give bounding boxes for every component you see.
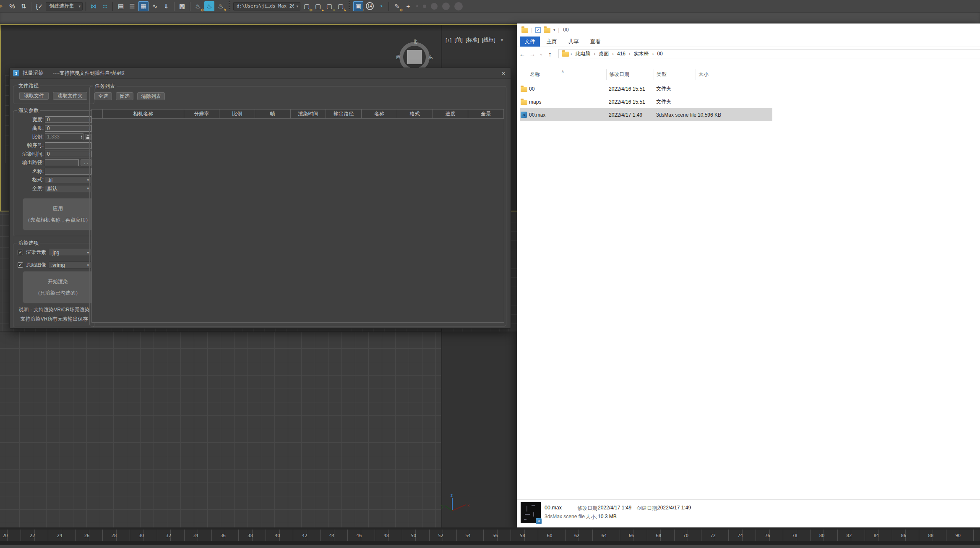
chevron-down-icon[interactable]: ▾	[87, 186, 89, 190]
material-editor-icon[interactable]: ▩	[177, 1, 187, 11]
file-row[interactable]: maps2022/4/16 15:51文件夹	[517, 95, 980, 108]
chevron-down-icon[interactable]: ▾	[87, 263, 89, 267]
start-render-button[interactable]: 开始渲染 （只渲染已勾选的）	[23, 271, 93, 303]
quick-access-dropdown-icon[interactable]: ▾	[553, 28, 555, 32]
dialog-title-bar[interactable]: 3 批量渲染 ----支持拖曳文件到插件自动读取 ✕	[10, 68, 511, 79]
percent-snap-icon[interactable]: %	[7, 1, 17, 11]
file-row[interactable]: 300.max2022/4/17 1:493dsMax scene file10…	[520, 108, 772, 121]
schematic-view-icon[interactable]: ⇓	[161, 1, 171, 11]
sort-ascending-icon[interactable]: ∧	[561, 69, 564, 73]
param-select[interactable]: .tif▾	[45, 176, 91, 183]
task-column-header[interactable]: 格式	[397, 110, 433, 119]
param-select[interactable]: 默认▾	[45, 185, 91, 192]
breadcrumb-item[interactable]: 桌面	[596, 50, 611, 57]
curve-editor-icon[interactable]: ∿	[150, 1, 160, 11]
project-path-combobox[interactable]: d:\Users\ji…ds Max 2023▾	[233, 2, 300, 10]
close-icon[interactable]: ✕	[500, 70, 507, 77]
align-icon[interactable]: ≍	[100, 1, 110, 11]
tab-共享[interactable]: 共享	[563, 37, 584, 47]
history-clock-icon[interactable]: ◔	[376, 1, 386, 11]
breadcrumb-item[interactable]: 416	[615, 51, 628, 57]
task-column-header[interactable]: 比例	[219, 110, 255, 119]
param-spinner[interactable]: 1.333▴▾	[45, 133, 83, 140]
checkbox-icon[interactable]: ✓	[18, 262, 23, 268]
viewport-filter-icon[interactable]: ▼	[500, 38, 504, 42]
viewport-standard-label[interactable]: [标准]	[466, 37, 479, 44]
task-column-header[interactable]: 相机名称	[103, 110, 184, 119]
column-header-size[interactable]: 大小	[696, 69, 728, 80]
layer-explorer-icon[interactable]: ▤	[116, 1, 126, 11]
mirror-icon[interactable]: ⋈	[89, 1, 99, 11]
task-column-header[interactable]: 分辨率	[184, 110, 220, 119]
script-run-icon[interactable]: ▢⚙	[302, 1, 312, 11]
task-table-body[interactable]	[92, 119, 504, 322]
viewport-bottom-left[interactable]	[0, 332, 441, 527]
explorer-title-bar[interactable]: | ✓ ▾ | 00	[517, 23, 980, 36]
option-format-select[interactable]: .vrimg▾	[49, 261, 91, 269]
param-spinner[interactable]: 0▴▾	[45, 125, 91, 132]
viewport-view-label[interactable]: [前]	[454, 37, 462, 44]
load-file-button[interactable]: 读取文件	[19, 92, 49, 100]
column-header-date[interactable]: 修改日期	[607, 69, 654, 80]
up-icon[interactable]: ↑	[545, 50, 555, 57]
forward-icon[interactable]: →	[527, 50, 537, 57]
task-column-header[interactable]: 全景	[468, 110, 504, 119]
recent-dropdown-icon[interactable]: ⌄	[537, 52, 545, 56]
tab-查看[interactable]: 查看	[585, 37, 605, 47]
breadcrumb-item[interactable]: 00	[654, 51, 665, 57]
render-setup-icon[interactable]: ♨⚙	[193, 1, 203, 11]
named-selection-sets-icon[interactable]: {✓	[34, 1, 44, 11]
breadcrumb-item[interactable]: 实木椅	[631, 50, 652, 57]
spinner-snap-icon[interactable]: ⇅	[18, 1, 29, 11]
clear-list-button[interactable]: 清除列表	[137, 92, 165, 100]
spinner-arrows-icon[interactable]: ▴▾	[81, 135, 83, 139]
file-row[interactable]: 002022/4/16 15:51文件夹	[517, 82, 980, 95]
rendered-frame-window-icon[interactable]: ♨	[204, 1, 214, 11]
column-header-type[interactable]: 类型	[654, 69, 696, 80]
breadcrumb-item[interactable]: 此电脑	[573, 50, 593, 57]
apply-button[interactable]: 应用 （先点相机名称，再点应用）	[23, 198, 93, 230]
edit-script-icon[interactable]: ✎⚙	[392, 1, 402, 11]
chevron-down-icon[interactable]: ▾	[87, 178, 89, 182]
render-production-icon[interactable]: ♨↯	[216, 1, 226, 11]
new-folder-quick-icon[interactable]	[544, 28, 550, 33]
ribbon-toggle-icon[interactable]: ▦	[138, 1, 149, 11]
task-column-header[interactable]: 帧	[255, 110, 291, 119]
scene-explorer-icon[interactable]: ☰	[127, 1, 137, 11]
chevron-down-icon[interactable]: ▾	[87, 251, 89, 255]
properties-quick-icon[interactable]: ✓	[535, 27, 541, 33]
task-column-header[interactable]	[92, 110, 103, 119]
viewport-label[interactable]: [+] [前] [标准] [线框] ▼	[446, 37, 504, 44]
param-input[interactable]	[45, 159, 79, 166]
checkbox-icon[interactable]: ✓	[18, 250, 23, 255]
timeline-track-bar[interactable]: 2022242628303234363840424446485052545658…	[0, 527, 980, 548]
script-link-icon[interactable]: ▢↳	[336, 1, 346, 11]
address-bar[interactable]: ›此电脑›桌面›416›实木椅›00	[558, 49, 980, 58]
param-spinner[interactable]: 0▴▾	[45, 116, 91, 123]
timeline-ruler[interactable]: 2022242628303234363840424446485052545658…	[0, 530, 980, 541]
tab-主页[interactable]: 主页	[542, 37, 562, 47]
task-column-header[interactable]: 渲染时间	[291, 110, 326, 119]
add-tool-icon[interactable]: +	[403, 1, 413, 11]
load-folder-button[interactable]: 读取文件夹	[53, 92, 87, 100]
viewport-menu-label[interactable]: [+]	[446, 37, 451, 43]
selection-set-combobox[interactable]: 创建选择集▾	[46, 2, 83, 10]
viewcube-face[interactable]	[407, 50, 422, 64]
script-tree-icon[interactable]: ▢⌗	[324, 1, 334, 11]
select-all-button[interactable]: 全选	[94, 92, 112, 100]
undo-count-icon[interactable]: 14	[365, 1, 375, 11]
viewport-horizontal-splitter[interactable]	[0, 331, 442, 332]
chevron-down-icon[interactable]: ▾	[296, 4, 298, 8]
task-column-header[interactable]: 输出路径	[326, 110, 362, 119]
tab-文件[interactable]: 文件	[520, 37, 540, 47]
snap-toggle-icon[interactable]: ⌖	[0, 1, 6, 11]
param-input[interactable]	[45, 168, 91, 175]
task-column-header[interactable]: 进度	[433, 110, 469, 119]
param-input[interactable]	[45, 142, 91, 149]
autobackup-save-icon[interactable]: ▣◔	[353, 1, 363, 11]
task-column-header[interactable]: 名称	[362, 110, 397, 119]
param-spinner[interactable]: 0▴▾	[45, 151, 91, 157]
back-icon[interactable]: ←	[517, 50, 527, 57]
option-format-select[interactable]: .jpg▾	[49, 249, 91, 256]
invert-selection-button[interactable]: 反选	[116, 92, 133, 100]
